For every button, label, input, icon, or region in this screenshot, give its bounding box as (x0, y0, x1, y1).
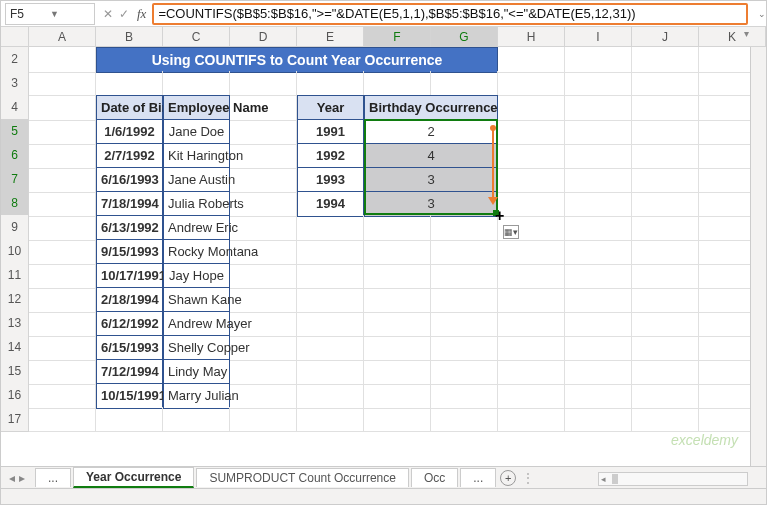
cell-name[interactable]: Shawn Kane (163, 287, 230, 313)
col-header[interactable]: K (699, 27, 766, 47)
row-header[interactable]: 3 (1, 71, 29, 96)
cell-dob[interactable]: 2/7/1992 (96, 143, 163, 169)
col-header[interactable]: G (431, 27, 498, 47)
tab-nav-first-icon[interactable]: ◂ (9, 471, 15, 485)
row-header[interactable]: 8 (1, 191, 29, 217)
tab-ellipsis[interactable]: ... (35, 468, 71, 487)
cell-name[interactable]: Jay Hope (163, 263, 230, 289)
row-header[interactable]: 12 (1, 287, 29, 313)
vertical-scrollbar[interactable] (750, 47, 766, 466)
cell-dob[interactable]: 6/12/1992 (96, 311, 163, 337)
name-box-value: F5 (10, 7, 50, 21)
col-header[interactable]: H (498, 27, 565, 47)
row-header[interactable]: 10 (1, 239, 29, 265)
cell-dob[interactable]: 10/15/1991 (96, 383, 163, 409)
row-header[interactable]: 13 (1, 311, 29, 337)
title-cell[interactable]: Using COUNTIFS to Count Year Occurrence (96, 47, 498, 73)
row-header[interactable]: 6 (1, 143, 29, 169)
formula-bar-row: F5 ▼ ✕ ✓ fx =COUNTIFS($B$5:$B$16,">="&DA… (1, 1, 766, 27)
cell-year[interactable]: 1992 (297, 143, 364, 169)
row-header[interactable]: 7 (1, 167, 29, 193)
cell-name[interactable]: Marry Julian (163, 383, 230, 409)
sheet-tab[interactable]: Occ (411, 468, 458, 487)
col-header[interactable]: B (96, 27, 163, 47)
cell-dob[interactable]: 1/6/1992 (96, 119, 163, 145)
sheet-tab-active[interactable]: Year Occurrence (73, 467, 194, 488)
cell-name[interactable]: Lindy May (163, 359, 230, 385)
header-occurrence[interactable]: Birthday Occurrence (364, 95, 498, 121)
header-name[interactable]: Employee Name (163, 95, 230, 121)
col-header[interactable]: I (565, 27, 632, 47)
cancel-icon[interactable]: ✕ (103, 7, 113, 21)
watermark: exceldemy (671, 432, 738, 448)
chevron-down-icon[interactable]: ▼ (50, 9, 90, 19)
cell-year[interactable]: 1994 (297, 191, 364, 217)
cell-dob[interactable]: 7/18/1994 (96, 191, 163, 217)
tab-ellipsis[interactable]: ... (460, 468, 496, 487)
tab-separator: ⋮ (522, 471, 534, 485)
col-header[interactable]: F (364, 27, 431, 47)
cell-name[interactable]: Jane Austin (163, 167, 230, 193)
fill-cursor-icon: + (495, 207, 504, 225)
cell-name[interactable]: Andrew Eric (163, 215, 230, 241)
scroll-left-icon[interactable]: ◂ (599, 474, 608, 484)
cell-count[interactable]: 3 (364, 191, 498, 217)
tab-nav: ◂ ▸ (1, 471, 33, 485)
column-headers: A B C D E F G H I J K (1, 27, 766, 47)
expand-columns-icon[interactable]: ▾ (744, 28, 749, 39)
formula-text: =COUNTIFS($B$5:$B$16,">="&DATE(E5,1,1),$… (158, 6, 635, 21)
cell-count[interactable]: 4 (364, 143, 498, 169)
cell-name[interactable]: Julia Roberts (163, 191, 230, 217)
select-all-cell[interactable] (1, 27, 29, 47)
row-header[interactable]: 4 (1, 95, 29, 121)
col-header[interactable]: A (29, 27, 96, 47)
cell-name[interactable]: Rocky Montana (163, 239, 230, 265)
col-header[interactable]: J (632, 27, 699, 47)
cell-name[interactable]: Shelly Copper (163, 335, 230, 361)
annotation-arrow-head (488, 197, 498, 205)
header-dob[interactable]: Date of Birth (96, 95, 163, 121)
col-header[interactable]: C (163, 27, 230, 47)
cell-year[interactable]: 1991 (297, 119, 364, 145)
cell-year[interactable]: 1993 (297, 167, 364, 193)
cell-name[interactable]: Kit Harington (163, 143, 230, 169)
cell-dob[interactable]: 10/17/1991 (96, 263, 163, 289)
fx-icon[interactable]: fx (133, 6, 150, 22)
cell-dob[interactable]: 6/15/1993 (96, 335, 163, 361)
cell-dob[interactable]: 6/16/1993 (96, 167, 163, 193)
cell-count[interactable]: 2 (364, 119, 498, 145)
annotation-arrow-line (492, 129, 494, 199)
cell-dob[interactable]: 2/18/1994 (96, 287, 163, 313)
formula-bar[interactable]: =COUNTIFS($B$5:$B$16,">="&DATE(E5,1,1),$… (152, 3, 748, 25)
cell-name[interactable]: Jane Doe (163, 119, 230, 145)
col-header[interactable]: D (230, 27, 297, 47)
cell-dob[interactable]: 6/13/1992 (96, 215, 163, 241)
row-header[interactable]: 11 (1, 263, 29, 289)
row-header[interactable]: 14 (1, 335, 29, 361)
formula-cancel-enter: ✕ ✓ (99, 7, 133, 21)
new-sheet-button[interactable]: + (500, 470, 516, 486)
worksheet-grid[interactable]: 2 Using COUNTIFS to Count Year Occurrenc… (1, 47, 766, 477)
formula-expand-icon[interactable]: ⌄ (754, 9, 766, 19)
cell-name[interactable]: Andrew Mayer (163, 311, 230, 337)
row-header[interactable]: 16 (1, 383, 29, 409)
excel-window: F5 ▼ ✕ ✓ fx =COUNTIFS($B$5:$B$16,">="&DA… (0, 0, 767, 505)
tab-nav-prev-icon[interactable]: ▸ (19, 471, 25, 485)
sheet-tab[interactable]: SUMPRODUCT Count Occurrence (196, 468, 409, 487)
cell-count[interactable]: 3 (364, 167, 498, 193)
row-header[interactable]: 9 (1, 215, 29, 241)
enter-icon[interactable]: ✓ (119, 7, 129, 21)
row-header[interactable]: 15 (1, 359, 29, 385)
col-header[interactable]: E (297, 27, 364, 47)
cell-dob[interactable]: 7/12/1994 (96, 359, 163, 385)
row-header[interactable]: 5 (1, 119, 29, 145)
name-box[interactable]: F5 ▼ (5, 3, 95, 25)
row-header[interactable]: 17 (1, 407, 29, 432)
cell-dob[interactable]: 9/15/1993 (96, 239, 163, 265)
horizontal-scrollbar[interactable]: ◂ (598, 472, 748, 486)
status-bar (1, 488, 766, 504)
row-header[interactable]: 2 (1, 47, 29, 73)
autofill-options-icon[interactable]: ▦▾ (503, 225, 519, 239)
header-year[interactable]: Year (297, 95, 364, 121)
